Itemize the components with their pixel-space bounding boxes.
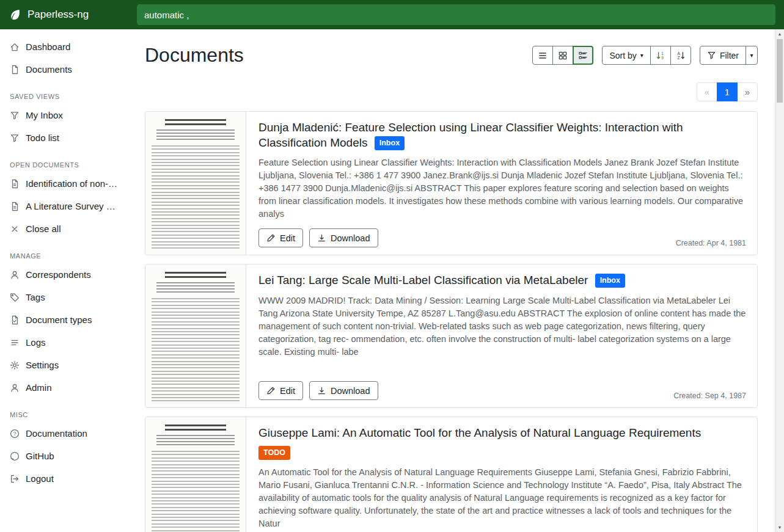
sidebar-item-dashboard[interactable]: Dashboard	[0, 35, 130, 58]
sidebar-item-open-document-1[interactable]: Identification of non-fu...	[0, 172, 130, 195]
thumbnail-text-lines	[152, 298, 240, 401]
sidebar-item-documentation[interactable]: ? Documentation	[0, 422, 130, 445]
list-view-button[interactable]	[532, 46, 553, 65]
tag-badge-todo[interactable]: TODO	[258, 446, 290, 460]
sidebar-item-label: A Literature Survey on ...	[26, 201, 120, 211]
vertical-scrollbar[interactable]: ▲ ▼	[775, 29, 784, 532]
sidebar-item-settings[interactable]: Settings	[0, 354, 130, 376]
saved-views-header: SAVED VIEWS	[0, 81, 130, 104]
chevron-down-icon: ▾	[640, 53, 643, 59]
funnel-icon	[10, 111, 20, 120]
tag-badge-inbox[interactable]: Inbox	[595, 274, 625, 288]
dashboard-icon	[10, 42, 20, 52]
scrollbar-down-arrow-icon[interactable]: ▼	[775, 523, 784, 532]
question-circle-icon: ?	[10, 429, 20, 439]
sidebar-item-label: Documents	[26, 64, 72, 75]
svg-text:9: 9	[661, 55, 664, 59]
thumbnail-author-lines	[156, 435, 235, 446]
brand[interactable]: Paperless-ng	[0, 0, 130, 29]
filter-button[interactable]: Filter	[700, 46, 746, 65]
pagination-page-1[interactable]: 1	[717, 82, 738, 101]
sidebar-item-tags[interactable]: Tags	[0, 286, 130, 308]
edit-button[interactable]: Edit	[258, 228, 303, 247]
list-view-icon	[538, 51, 548, 60]
close-icon	[10, 224, 20, 234]
sidebar-item-documents[interactable]: Documents	[0, 58, 130, 81]
sidebar-item-label: Close all	[26, 224, 61, 234]
document-title[interactable]: Lei Tang: Large Scale Multi-Label Classi…	[258, 273, 746, 288]
sidebar-item-my-inbox[interactable]: My Inbox	[0, 104, 130, 126]
sidebar-item-label: Tags	[26, 292, 45, 302]
download-button[interactable]: Download	[309, 381, 378, 400]
edit-button[interactable]: Edit	[258, 381, 303, 400]
document-excerpt: Feature Selection using Linear Classifie…	[258, 156, 746, 220]
sidebar-item-document-types[interactable]: Document types	[0, 308, 130, 331]
sidebar-item-label: Correspondents	[26, 269, 91, 280]
scrollbar-thumb[interactable]	[777, 39, 783, 103]
sidebar-item-github[interactable]: GitHub	[0, 445, 130, 467]
documents-toolbar: Documents	[145, 44, 758, 67]
leaf-icon	[9, 8, 22, 21]
document-thumbnail[interactable]	[145, 417, 246, 532]
tag-badge-inbox[interactable]: Inbox	[375, 136, 405, 150]
document-thumbnail[interactable]	[145, 264, 246, 407]
sidebar-item-label: Logout	[26, 473, 54, 484]
logout-icon	[10, 474, 20, 484]
sidebar: Dashboard Documents SAVED VIEWS My Inbox…	[0, 29, 130, 532]
download-icon	[317, 386, 326, 395]
sidebar-item-label: Settings	[26, 360, 59, 370]
funnel-icon	[707, 51, 716, 60]
file-check-icon	[10, 315, 20, 325]
sidebar-item-label: Admin	[26, 382, 52, 393]
document-card: Lei Tang: Large Scale Multi-Label Classi…	[145, 264, 758, 408]
pagination: « 1 »	[145, 82, 758, 101]
thumbnail-title-lines	[165, 272, 226, 279]
sidebar-item-open-document-2[interactable]: A Literature Survey on ...	[0, 195, 130, 217]
grid-view-button[interactable]	[552, 46, 573, 65]
sidebar-item-logs[interactable]: Logs	[0, 331, 130, 354]
search-input[interactable]	[137, 4, 775, 25]
sort-alphabetical-button[interactable]: AZ	[670, 46, 691, 65]
scrollbar-up-arrow-icon[interactable]: ▲	[775, 29, 784, 38]
sidebar-item-close-all[interactable]: Close all	[0, 217, 130, 240]
sort-by-label: Sort by	[609, 51, 636, 60]
document-title[interactable]: Giuseppe Lami: An Automatic Tool for the…	[258, 426, 746, 460]
sidebar-item-label: Logs	[26, 337, 46, 348]
pagination-previous[interactable]: «	[697, 82, 717, 101]
tag-icon	[10, 293, 20, 302]
app-title: Paperless-ng	[27, 9, 89, 21]
filter-label: Filter	[720, 51, 739, 60]
thumbnail-author-lines	[156, 282, 235, 293]
document-title[interactable]: Dunja Mladenić: Feature Selection using …	[258, 120, 746, 150]
sort-descending-button[interactable]: 19	[650, 46, 671, 65]
filter-dropdown-toggle[interactable]: ▾	[746, 46, 758, 65]
document-thumbnail[interactable]	[145, 112, 246, 255]
top-bar	[130, 0, 784, 29]
download-button[interactable]: Download	[309, 228, 378, 247]
sidebar-item-logout[interactable]: Logout	[0, 467, 130, 490]
documents-icon	[10, 65, 20, 75]
created-date: Created: Apr 4, 1981	[676, 239, 746, 247]
edit-label: Edit	[280, 386, 295, 396]
pencil-icon	[266, 233, 276, 242]
thumbnail-author-lines	[156, 129, 235, 140]
created-date: Created: Sep 4, 1987	[673, 392, 746, 400]
list-icon	[10, 338, 20, 348]
sort-by-dropdown[interactable]: Sort by ▾	[602, 46, 650, 65]
document-card: Giuseppe Lami: An Automatic Tool for the…	[145, 417, 758, 532]
manage-header: MANAGE	[0, 240, 130, 263]
pagination-next[interactable]: »	[737, 82, 758, 101]
document-excerpt: An Automatic Tool for the Analysis of Na…	[258, 466, 746, 530]
details-view-button[interactable]	[573, 46, 593, 65]
sidebar-item-correspondents[interactable]: Correspondents	[0, 263, 130, 286]
file-icon	[10, 202, 20, 211]
download-label: Download	[331, 386, 370, 396]
pencil-icon	[266, 386, 276, 395]
thumbnail-text-lines	[152, 145, 240, 249]
sidebar-item-admin[interactable]: Admin	[0, 376, 130, 399]
document-title-text: Dunja Mladenić: Feature Selection using …	[258, 121, 683, 149]
sidebar-item-todo-list[interactable]: Todo list	[0, 126, 130, 149]
open-documents-header: OPEN DOCUMENTS	[0, 149, 130, 172]
sidebar-item-label: Document types	[26, 315, 92, 325]
sort-numeric-descending-icon: 19	[656, 51, 665, 60]
